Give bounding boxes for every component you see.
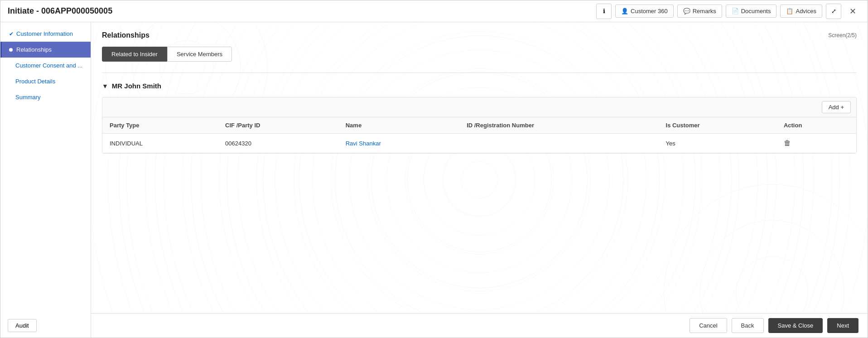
col-party-type: Party Type [102, 117, 218, 134]
footer: Cancel Back Save & Close Next [91, 313, 868, 338]
info-button[interactable]: ℹ [596, 4, 612, 19]
tab-label: Related to Insider [111, 51, 158, 58]
content-title: Relationships [102, 31, 149, 39]
customer360-label: Customer 360 [631, 8, 668, 14]
relationships-table-container: Add + Party Type CIF /Party ID Name ID /… [102, 97, 857, 154]
sidebar-item-label: Product Details [15, 78, 55, 85]
expand-button[interactable]: ⤢ [826, 4, 841, 19]
expand-icon: ⤢ [831, 8, 836, 14]
sidebar-item-relationships[interactable]: Relationships [0, 42, 91, 58]
cell-action: 🗑 [776, 134, 856, 153]
close-button[interactable]: ✕ [845, 4, 860, 19]
cell-cif-party-id: 00624320 [218, 134, 338, 153]
cell-name[interactable]: Ravi Shankar [338, 134, 459, 153]
cell-id-registration-number [459, 134, 658, 153]
sidebar-footer: Audit [0, 314, 91, 338]
save-close-button[interactable]: Save & Close [768, 318, 823, 333]
cell-is-customer: Yes [659, 134, 776, 153]
info-icon: ℹ [603, 8, 605, 14]
app-window: Initiate - 006APP000050005 ℹ 👤 Customer … [0, 0, 868, 338]
content-header: Relationships Screen(2/5) [102, 31, 857, 39]
documents-button[interactable]: 📄 Documents [726, 5, 777, 18]
header: Initiate - 006APP000050005 ℹ 👤 Customer … [0, 0, 868, 22]
col-id-registration: ID /Registration Number [459, 117, 658, 134]
documents-icon: 📄 [732, 8, 739, 14]
sidebar-item-label: Customer Consent and ... [15, 62, 82, 69]
header-actions: ℹ 👤 Customer 360 💬 Remarks 📄 Documents 📋… [596, 4, 860, 19]
divider [102, 72, 857, 73]
section-title: MR John Smith [112, 82, 161, 90]
col-action: Action [776, 117, 856, 134]
advices-icon: 📋 [786, 8, 793, 14]
audit-button[interactable]: Audit [8, 319, 37, 332]
page-title: Initiate - 006APP000050005 [8, 6, 112, 16]
table-toolbar: Add + [102, 97, 856, 117]
table-row: INDIVIDUAL00624320Ravi ShankarYes🗑 [102, 134, 856, 153]
col-cif-party-id: CIF /Party ID [218, 117, 338, 134]
table-header-row: Party Type CIF /Party ID Name ID /Regist… [102, 117, 856, 134]
check-icon: ✔ [9, 31, 14, 37]
back-button[interactable]: Back [732, 318, 764, 333]
sidebar-item-summary[interactable]: Summary [0, 89, 91, 105]
screen-label: Screen(2/5) [828, 32, 857, 39]
collapse-icon[interactable]: ▼ [102, 82, 108, 90]
section-header: ▼ MR John Smith [102, 82, 857, 90]
advices-button[interactable]: 📋 Advices [780, 5, 822, 18]
sidebar-item-label: Relationships [16, 46, 52, 53]
body: ✔ Customer Information Relationships Cus… [0, 22, 868, 338]
customer360-button[interactable]: 👤 Customer 360 [615, 5, 674, 18]
col-name: Name [338, 117, 459, 134]
documents-label: Documents [741, 8, 771, 14]
tab-related-to-insider[interactable]: Related to Insider [102, 47, 167, 62]
sidebar: ✔ Customer Information Relationships Cus… [0, 22, 91, 338]
content-area: Relationships Screen(2/5) Related to Ins… [91, 22, 868, 313]
cancel-button[interactable]: Cancel [690, 318, 727, 333]
sidebar-item-customer-consent[interactable]: Customer Consent and ... [0, 58, 91, 73]
remarks-label: Remarks [693, 8, 716, 14]
dot-icon [9, 48, 13, 52]
customer360-icon: 👤 [621, 8, 628, 14]
tab-label: Service Members [177, 51, 222, 58]
delete-icon[interactable]: 🗑 [784, 139, 791, 147]
tab-service-members[interactable]: Service Members [167, 47, 232, 62]
cell-party-type: INDIVIDUAL [102, 134, 218, 153]
remarks-button[interactable]: 💬 Remarks [677, 5, 722, 18]
next-button[interactable]: Next [827, 318, 858, 333]
sidebar-items: ✔ Customer Information Relationships Cus… [0, 26, 91, 314]
col-is-customer: Is Customer [659, 117, 776, 134]
advices-label: Advices [796, 8, 816, 14]
add-button[interactable]: Add + [822, 101, 851, 113]
close-icon: ✕ [849, 6, 856, 16]
sidebar-item-product-details[interactable]: Product Details [0, 73, 91, 89]
remarks-icon: 💬 [683, 8, 690, 14]
relationships-table: Party Type CIF /Party ID Name ID /Regist… [102, 117, 856, 153]
sidebar-item-customer-information[interactable]: ✔ Customer Information [0, 26, 91, 42]
tabs: Related to Insider Service Members [102, 47, 857, 62]
sidebar-item-label: Summary [15, 94, 41, 101]
main-content: Relationships Screen(2/5) Related to Ins… [91, 22, 868, 338]
sidebar-item-label: Customer Information [16, 30, 73, 37]
